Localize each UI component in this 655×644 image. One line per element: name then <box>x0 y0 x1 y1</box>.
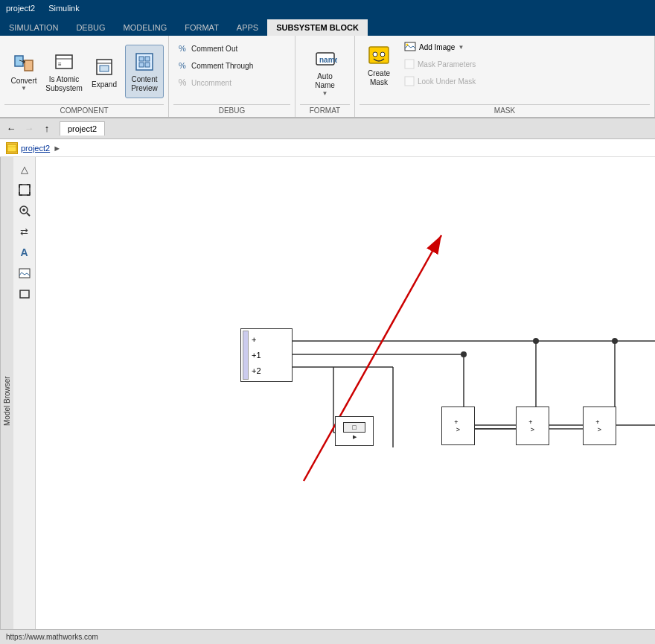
look-under-icon <box>404 76 415 86</box>
mask-right-buttons: Add Image ▼ Mask Parameters Look Under <box>401 39 479 89</box>
left-toolbar: △ ⇄ A <box>13 157 36 644</box>
tab-subsystem-block[interactable]: SUBSYSTEM BLOCK <box>267 19 368 36</box>
comment-through-button[interactable]: % Comment Through <box>173 57 256 74</box>
tab-apps[interactable]: APPS <box>228 19 267 36</box>
convert-icon <box>12 51 36 75</box>
auto-name-icon: name <box>313 47 337 71</box>
svg-rect-23 <box>7 144 16 152</box>
content-preview-button[interactable]: ContentPreview <box>125 45 164 98</box>
image-button[interactable] <box>16 264 33 282</box>
expand-label: Expand <box>92 80 117 89</box>
ribbon-content: Convert ▼ ≡ Is AtomicSubsystem <box>0 36 655 118</box>
debug-group-label: DEBUG <box>173 104 290 117</box>
component-buttons: Convert ▼ ≡ Is AtomicSubsystem <box>4 39 164 104</box>
pan-button[interactable]: ⇄ <box>16 223 33 240</box>
status-url: https://www.mathworks.com <box>6 633 98 641</box>
tab-simulation[interactable]: SIMULATION <box>0 19 67 36</box>
zoom-area-button[interactable] <box>16 202 33 220</box>
mask-buttons: CreateMask Add Image ▼ <box>360 39 479 104</box>
create-mask-button[interactable]: CreateMask <box>360 39 398 92</box>
rect-tool-icon <box>18 287 31 301</box>
comment-out-button[interactable]: % Comment Out <box>173 40 256 57</box>
svg-point-53 <box>533 338 539 344</box>
svg-rect-39 <box>20 290 29 298</box>
main-area: Model Browser △ ⇄ <box>0 157 655 644</box>
svg-rect-8 <box>100 66 109 71</box>
project-tab[interactable]: project2 <box>60 121 105 136</box>
canvas-wiring <box>36 157 655 644</box>
svg-rect-12 <box>139 63 144 67</box>
breadcrumb-bar: project2 ► <box>0 139 655 157</box>
uncomment-button: % Uncomment <box>173 74 256 91</box>
comment-out-icon: % <box>176 42 188 54</box>
menu-simulink[interactable]: Simulink <box>48 4 80 13</box>
fit-view-button[interactable] <box>16 181 33 199</box>
uncomment-label: Uncomment <box>191 79 231 87</box>
mask-group-label: MASK <box>360 104 650 117</box>
canvas: + +1 +2 □ ▶ + > + > <box>36 157 655 644</box>
svg-text:name: name <box>319 56 337 64</box>
svg-point-52 <box>461 351 467 357</box>
look-under-mask-label: Look Under Mask <box>418 77 476 86</box>
breadcrumb-path[interactable]: project2 <box>21 144 50 153</box>
status-bar: https://www.mathworks.com <box>0 629 655 644</box>
relay-block-3[interactable]: + > <box>583 407 616 445</box>
ribbon-tabs: SIMULATION DEBUG MODELING FORMAT APPS SU… <box>0 16 655 36</box>
format-group-label: FORMAT <box>300 104 350 117</box>
add-image-button[interactable]: Add Image ▼ <box>401 39 479 55</box>
zoom-in-button[interactable]: △ <box>16 160 33 178</box>
svg-text:≡: ≡ <box>58 61 62 68</box>
breadcrumb-arrow: ► <box>53 144 61 153</box>
up-button[interactable]: ↑ <box>39 121 55 137</box>
fit-view-icon <box>18 183 31 197</box>
comment-through-label: Comment Through <box>191 62 253 70</box>
component-group-label: COMPONENT <box>4 104 164 117</box>
sum-block[interactable]: + +1 +2 <box>240 328 293 382</box>
tab-debug[interactable]: DEBUG <box>67 19 114 36</box>
svg-line-35 <box>27 213 30 216</box>
auto-name-dropdown: ▼ <box>322 90 328 97</box>
content-preview-label: ContentPreview <box>131 75 158 93</box>
svg-point-54 <box>612 338 618 344</box>
model-browser-label-text: Model Browser <box>3 376 11 426</box>
rect-button[interactable] <box>16 285 33 303</box>
convert-button[interactable]: Convert ▼ <box>4 45 43 98</box>
look-under-mask-button: Look Under Mask <box>401 73 479 89</box>
add-image-icon <box>404 41 416 53</box>
back-button[interactable]: ← <box>3 121 19 137</box>
svg-rect-21 <box>405 60 414 68</box>
relay-block-1[interactable]: + > <box>441 407 475 445</box>
mask-parameters-button: Mask Parameters <box>401 56 479 72</box>
is-atomic-subsystem-button[interactable]: ≡ Is AtomicSubsystem <box>45 45 83 98</box>
tab-modeling[interactable]: MODELING <box>115 19 176 36</box>
svg-rect-25 <box>19 185 30 195</box>
is-atomic-label: Is AtomicSubsystem <box>45 75 82 93</box>
model-browser-panel[interactable]: Model Browser <box>0 157 13 644</box>
create-mask-icon <box>367 44 391 68</box>
auto-name-button[interactable]: name AutoName ▼ <box>306 45 345 98</box>
breadcrumb-icon <box>6 142 18 154</box>
text-button[interactable]: A <box>16 243 33 261</box>
create-mask-label: CreateMask <box>368 69 390 87</box>
image-tool-icon <box>18 267 31 280</box>
mask-parameters-label: Mask Parameters <box>418 60 476 68</box>
svg-point-18 <box>380 52 385 57</box>
tab-format[interactable]: FORMAT <box>176 19 228 36</box>
expand-button[interactable]: Expand <box>85 45 124 98</box>
format-buttons: name AutoName ▼ <box>306 39 345 104</box>
comment-through-icon: % <box>176 60 188 71</box>
add-image-label: Add Image <box>419 43 455 51</box>
ribbon-group-component: Convert ▼ ≡ Is AtomicSubsystem <box>0 36 169 117</box>
convert-dropdown: ▼ <box>21 85 27 92</box>
menu-bar: project2 Simulink <box>0 0 655 16</box>
is-atomic-icon: ≡ <box>52 50 76 74</box>
display-block[interactable]: □ ▶ <box>335 416 374 446</box>
svg-rect-11 <box>145 57 150 61</box>
svg-rect-10 <box>139 57 144 61</box>
menu-project2[interactable]: project2 <box>6 4 35 13</box>
content-preview-icon <box>132 50 156 74</box>
relay-block-2[interactable]: + > <box>516 407 549 445</box>
ribbon-group-mask: CreateMask Add Image ▼ <box>355 36 655 117</box>
uncomment-icon: % <box>176 77 188 89</box>
svg-rect-13 <box>145 63 150 67</box>
